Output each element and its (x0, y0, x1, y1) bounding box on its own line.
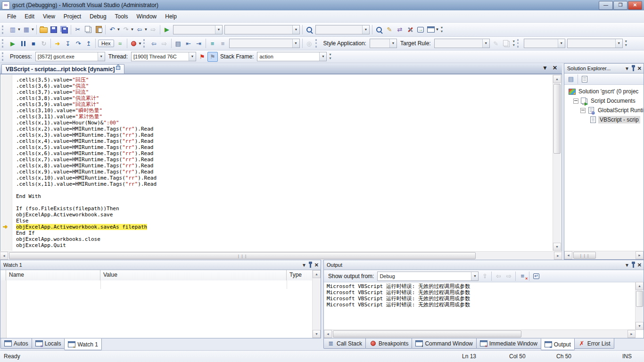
run-box-icon[interactable]: → (415, 25, 426, 34)
output-vertical-scrollbar[interactable]: ▲ ▼ (635, 282, 644, 330)
menu-window[interactable]: Window (132, 11, 161, 22)
combo-dropdown-arrow[interactable]: ▼ (292, 39, 299, 48)
code-line[interactable]: .cells(x,3).value=HMIRuntime.Tags("rr").… (12, 132, 553, 138)
hex-button[interactable]: Hex (98, 40, 114, 47)
step-over-icon[interactable]: ↷ (73, 39, 83, 49)
scrollbar-thumb[interactable]: ❘❘❘ (9, 252, 476, 259)
close-panel-button[interactable]: ✕ (637, 66, 642, 72)
code-line[interactable]: .cells(x,7).value=HMIRuntime.Tags("rr").… (12, 156, 553, 163)
schema-icon[interactable]: ⇄ (395, 25, 405, 34)
code-line[interactable]: .cells(3,5).value="回压" (12, 77, 553, 83)
combo-dropdown-arrow[interactable]: ▼ (471, 272, 478, 280)
tree-item[interactable]: ▶Script Documents (564, 96, 644, 106)
process-combo[interactable]: [3572] gscrt.exe▼ (35, 52, 105, 61)
code-line[interactable]: .cells(x,1).value=Hour(Now)&":00" (12, 120, 553, 126)
find-in-files-icon[interactable] (374, 25, 384, 34)
thread-combo[interactable]: [1900] Thread 76C▼ (131, 52, 196, 61)
solution-platforms-combo[interactable]: ▼ (224, 25, 300, 34)
decrease-indent-icon[interactable]: ⇤ (183, 39, 194, 49)
add-item-icon[interactable]: ▥ (8, 25, 18, 34)
scroll-right-arrow[interactable]: ► (636, 251, 644, 259)
output-horizontal-scrollbar[interactable]: ◄ ► (324, 329, 636, 338)
cut-icon[interactable]: ✂ (73, 25, 83, 34)
navigate-backward-icon[interactable]: ⇦ (134, 25, 145, 34)
code-line[interactable]: objExcelApp.Quit (12, 242, 553, 248)
maximize-button[interactable]: ❐ (613, 1, 627, 10)
toolbar-overflow-chevron[interactable]: ▾▾ (328, 53, 332, 60)
build-tools-icon[interactable] (405, 25, 415, 34)
flag-gray-icon[interactable]: ⚑ (207, 52, 218, 62)
menu-file[interactable]: File (3, 11, 20, 22)
redo-icon[interactable]: ↷ (121, 25, 131, 34)
solution-explorer-title-bar[interactable]: Solution Explorer... ▼ ✕ (564, 64, 644, 74)
step-out-icon[interactable]: ↥ (83, 39, 94, 49)
pin-icon[interactable] (633, 67, 634, 71)
start-debugging-icon[interactable]: ▶ (162, 25, 172, 34)
combo-dropdown-arrow[interactable]: ▼ (189, 52, 196, 61)
watch-column-value[interactable]: Value (100, 270, 287, 280)
member-list-icon[interactable]: ▤ (173, 39, 183, 49)
code-line[interactable]: .cells(3,7).value="回流" (12, 89, 553, 95)
uncomment-icon[interactable]: ≡ (218, 39, 228, 49)
tree-item[interactable]: VBScript - scrip (564, 115, 644, 124)
code-line[interactable]: End With (12, 193, 553, 199)
pin-icon[interactable] (310, 263, 311, 268)
clear-all-icon[interactable]: ≡× (517, 271, 528, 281)
toolbar-combo-b[interactable]: ▼ (567, 39, 623, 48)
title-bar[interactable]: ∞ gscrt (Debugging) - Microsoft Visual S… (0, 0, 644, 10)
increase-indent-icon[interactable]: ⇥ (194, 39, 204, 49)
combo-dropdown-arrow[interactable]: ▼ (292, 25, 299, 34)
scroll-left-arrow[interactable]: ◄ (564, 251, 572, 259)
edit-style-icon[interactable]: ✎ (491, 39, 501, 49)
style-combo[interactable]: ▼ (229, 39, 300, 48)
toolbar-grip[interactable] (143, 39, 147, 48)
solution-horizontal-scrollbar[interactable]: ◄ ❘❘❘ ► (564, 251, 644, 259)
continue-icon[interactable]: ▶ (8, 39, 18, 49)
scroll-right-arrow[interactable]: ► (554, 252, 562, 260)
scroll-left-arrow[interactable]: ◄ (0, 252, 8, 260)
toolbar-overflow-chevron[interactable]: ▾▾ (624, 40, 628, 47)
tab-locals[interactable]: ≡Locals (32, 338, 65, 349)
code-line[interactable]: objExcelApp.Activeworkbook.save (12, 212, 553, 218)
scroll-right-arrow[interactable]: ► (627, 330, 636, 338)
stop-debugging-icon[interactable]: ■ (28, 39, 39, 49)
tab-watch-1[interactable]: ≡Watch 1 (64, 338, 102, 350)
editor-horizontal-scrollbar[interactable]: ◄ ❘❘❘ ► (0, 251, 562, 260)
watch-column-name[interactable]: Name (6, 270, 100, 280)
scroll-down-arrow[interactable]: ▼ (636, 322, 644, 330)
editor-gutter[interactable]: ➜ (1, 75, 12, 251)
scroll-down-arrow[interactable]: ▼ (553, 243, 561, 251)
window-position-dropdown[interactable]: ▼ (625, 66, 629, 71)
new-window-icon[interactable] (426, 25, 436, 34)
watch-vertical-scrollbar[interactable]: ▲ ▼ (312, 270, 321, 338)
code-line[interactable]: objExcelApp.workbooks.close (12, 236, 553, 242)
scrollbar-thumb[interactable]: ❘❘❘ (573, 252, 596, 259)
undo-icon[interactable]: ↶ (107, 25, 117, 34)
code-line[interactable]: End If (12, 230, 553, 236)
scroll-up-arrow[interactable]: ▲ (313, 270, 321, 278)
close-document-button[interactable]: ✕ (553, 65, 557, 71)
code-line[interactable]: objExcelApp.Activeworkbook.saveAs filepa… (12, 224, 553, 230)
menu-tools[interactable]: Tools (111, 11, 132, 22)
restart-icon[interactable]: ↻ (39, 39, 49, 49)
combo-dropdown-arrow[interactable]: ▼ (615, 39, 622, 48)
toolbar-combo-a[interactable]: ▼ (524, 39, 565, 48)
break-all-icon[interactable] (18, 39, 28, 49)
tab-autos[interactable]: Autos (0, 338, 32, 349)
code-line[interactable]: .cells(x,11).value=HMIRuntime.Tags("rr")… (12, 181, 553, 187)
scroll-up-arrow[interactable]: ▲ (636, 282, 644, 290)
code-line[interactable]: .cells(3,10).value="瞬时热量" (12, 107, 553, 114)
show-next-statement-icon[interactable]: ➜ (52, 39, 63, 49)
exceptions-icon[interactable]: ≈ (115, 39, 125, 49)
code-line[interactable]: .cells(x,2).value=HMIRuntime.Tags("rr").… (12, 126, 553, 132)
tree-expander-icon[interactable] (580, 108, 586, 113)
solution-configurations-combo[interactable]: ▼ (173, 25, 223, 34)
window-position-dropdown[interactable]: ▼ (625, 263, 629, 268)
menu-project[interactable]: Project (59, 11, 85, 22)
output-text-area[interactable]: Microsoft VBScript 运行时错误: 无效的过程调用或参数Micr… (324, 282, 636, 330)
style-sheet-icon[interactable]: ◎ (304, 39, 314, 49)
word-wrap-icon[interactable]: ↵ (531, 271, 541, 281)
menu-debug[interactable]: Debug (85, 11, 110, 22)
combo-dropdown-arrow[interactable]: ▼ (558, 39, 565, 48)
target-rule-combo[interactable]: ▼ (434, 39, 490, 48)
